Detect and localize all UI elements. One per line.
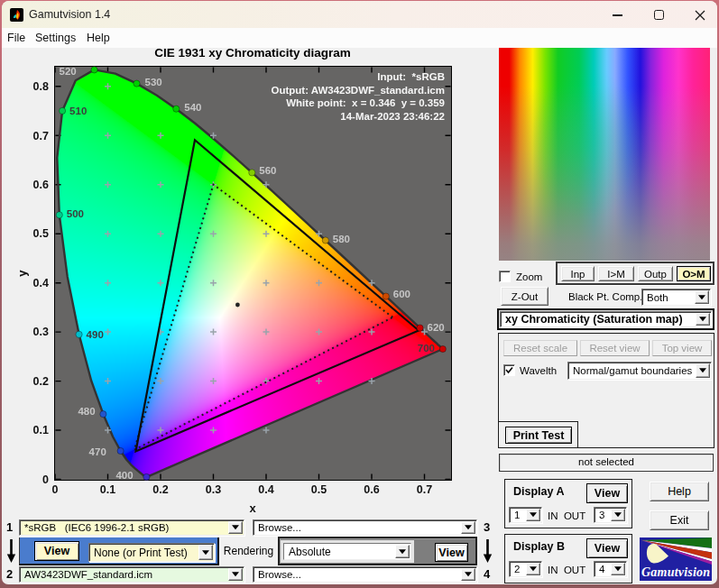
svg-text:Gamutvision: Gamutvision (641, 565, 710, 579)
